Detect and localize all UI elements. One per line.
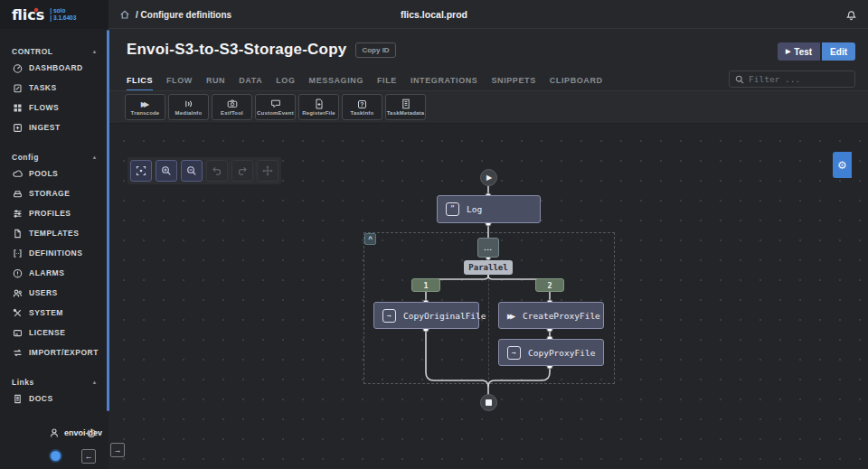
edit-button[interactable]: Edit <box>822 42 855 61</box>
page-header: Envoi-S3-to-S3-Storage-Copy Copy ID <box>127 41 396 59</box>
sidebar-item-alarms[interactable]: ALARMS <box>0 263 108 283</box>
tab-bar: FLICS FLOW RUN DATA LOG MESSAGING FILE I… <box>127 76 603 91</box>
flow-node-create-proxy-file[interactable]: ▶▶ CreateProxyFile <box>498 302 604 329</box>
top-bar: / Configure definitions flics.local.prod <box>0 0 868 29</box>
tab-flow[interactable]: FLOW <box>166 76 193 91</box>
speech-bubble-icon <box>270 99 281 109</box>
tab-clipboard[interactable]: CLIPBOARD <box>550 76 603 91</box>
palette-taskmetadata-button[interactable]: TaskMetadata <box>385 94 426 120</box>
tab-integrations[interactable]: INTEGRATIONS <box>410 76 478 91</box>
sidebar-section-control[interactable]: CONTROL▲ <box>0 45 108 58</box>
start-node[interactable]: ▶ <box>480 169 497 186</box>
sidebar-item-users[interactable]: USERS <box>0 283 108 303</box>
node-label: CopyOriginalFile <box>403 311 486 321</box>
power-icon[interactable] <box>86 427 97 438</box>
canvas-settings-gear-tab[interactable]: ⚙ <box>833 152 852 178</box>
sidebar-collapse-button[interactable]: ← <box>81 449 96 464</box>
test-button[interactable]: ▶Test <box>778 42 820 61</box>
zoom-out-button[interactable] <box>181 160 203 182</box>
palette-mediainfo-button[interactable]: MediaInfo <box>168 94 209 120</box>
sidebar-item-label: SYSTEM <box>29 308 63 317</box>
profiles-sliders-icon <box>13 209 23 219</box>
node-label: CopyProxyFile <box>528 348 595 358</box>
sidebar-item-storage[interactable]: STORAGE <box>0 183 108 203</box>
header-buttons: ▶Test Edit <box>778 42 855 61</box>
tab-snippets[interactable]: SNIPPETS <box>491 76 535 91</box>
sidebar-item-label: USERS <box>29 288 58 297</box>
sidebar-section-config[interactable]: Config▲ <box>0 151 108 164</box>
collapse-triangle-icon: ▲ <box>92 380 98 385</box>
undo-button[interactable] <box>206 160 228 182</box>
palette-transcode-button[interactable]: ▶▶ Transcode <box>125 94 165 120</box>
notifications-bell-icon[interactable] <box>845 8 857 21</box>
start-play-icon: ▶ <box>486 174 492 182</box>
palette-customevent-button[interactable]: CustomEvent <box>255 94 296 120</box>
redo-button[interactable] <box>231 160 253 182</box>
home-icon[interactable] <box>119 9 130 20</box>
import-export-arrows-icon <box>13 348 23 358</box>
sidebar-item-pools[interactable]: POOLS <box>0 164 108 183</box>
tab-data[interactable]: DATA <box>239 76 262 91</box>
palette-exiftool-button[interactable]: ExifTool <box>212 94 252 120</box>
sidebar-scrollbar[interactable] <box>107 30 109 411</box>
branch-1-label[interactable]: 1 <box>411 278 440 292</box>
sidebar-item-system[interactable]: SYSTEM <box>0 303 108 323</box>
app-logo: flics <box>12 6 44 23</box>
tab-messaging[interactable]: MESSAGING <box>309 76 363 91</box>
sidebar-item-label: INGEST <box>29 123 61 132</box>
sidebar-section-links[interactable]: Links▲ <box>0 376 108 389</box>
page-title: Envoi-S3-to-S3-Storage-Copy <box>127 41 346 59</box>
branch-2-label[interactable]: 2 <box>535 278 564 292</box>
section-label: Links <box>12 378 34 387</box>
sidebar-item-docs[interactable]: DOCS <box>0 389 108 408</box>
group-collapse-button[interactable]: ^ <box>364 233 376 245</box>
filter-box <box>729 70 855 88</box>
sidebar-item-import-export[interactable]: IMPORT/EXPORT <box>0 342 108 362</box>
fit-view-button[interactable] <box>130 160 152 182</box>
sidebar-item-license[interactable]: LICENSE <box>0 323 108 342</box>
sidebar-item-ingest[interactable]: INGEST <box>0 117 108 137</box>
sidebar-item-label: DASHBOARD <box>29 63 83 72</box>
flow-node-copy-proxy-file[interactable]: → CopyProxyFile <box>498 339 604 366</box>
sidebar-item-dashboard[interactable]: DASHBOARD <box>0 58 108 78</box>
tab-log[interactable]: LOG <box>276 76 295 91</box>
question-box-icon: ? <box>358 99 366 109</box>
panel-expand-button[interactable]: → <box>110 443 125 457</box>
copy-id-button[interactable]: Copy ID <box>355 42 395 58</box>
end-node[interactable] <box>480 394 497 411</box>
stop-square-icon <box>486 399 492 406</box>
palette-registerfile-button[interactable]: RegisterFile <box>298 94 339 120</box>
user-bar[interactable]: envoi-dev <box>0 422 108 444</box>
zoom-in-button[interactable] <box>156 160 177 182</box>
palette-taskinfo-button[interactable]: ? TaskInfo <box>342 94 382 120</box>
log-quotes-icon: ” <box>446 202 459 216</box>
flows-icon <box>13 103 23 113</box>
mediainfo-icon <box>184 99 194 109</box>
sidebar-item-flows[interactable]: FLOWS <box>0 98 108 117</box>
parallel-step-node[interactable]: ... <box>477 238 499 258</box>
pan-move-button[interactable] <box>257 160 278 182</box>
flow-node-copy-original-file[interactable]: → CopyOriginalFile <box>373 302 479 329</box>
tab-run[interactable]: RUN <box>206 76 225 91</box>
sidebar-item-profiles[interactable]: PROFILES <box>0 203 108 223</box>
sidebar-item-tasks[interactable]: TASKS <box>0 78 108 98</box>
tab-flics[interactable]: FLICS <box>127 76 153 91</box>
dashboard-icon <box>13 63 23 73</box>
tab-file[interactable]: FILE <box>377 76 397 91</box>
sidebar-item-label: FLOWS <box>29 103 59 112</box>
flow-node-log[interactable]: ” Log <box>437 195 541 223</box>
system-tools-icon <box>13 308 23 318</box>
sidebar-item-definitions[interactable]: DEFINITIONS <box>0 243 108 263</box>
alarms-alert-icon <box>13 268 23 278</box>
play-icon: ▶ <box>786 48 790 55</box>
status-toggle-dot[interactable] <box>49 449 62 463</box>
flow-canvas[interactable]: ⚙ <box>108 124 868 469</box>
filter-input[interactable] <box>749 74 849 84</box>
pools-cloud-icon <box>13 169 23 179</box>
breadcrumb-label[interactable]: / Configure definitions <box>136 10 231 20</box>
breadcrumb[interactable]: / Configure definitions <box>119 0 231 29</box>
app-version: | solo | 3.1.6403 <box>50 7 76 22</box>
parallel-label[interactable]: Parallel <box>464 260 513 275</box>
sidebar-item-label: IMPORT/EXPORT <box>29 348 99 357</box>
sidebar-item-templates[interactable]: TEMPLATES <box>0 223 108 243</box>
